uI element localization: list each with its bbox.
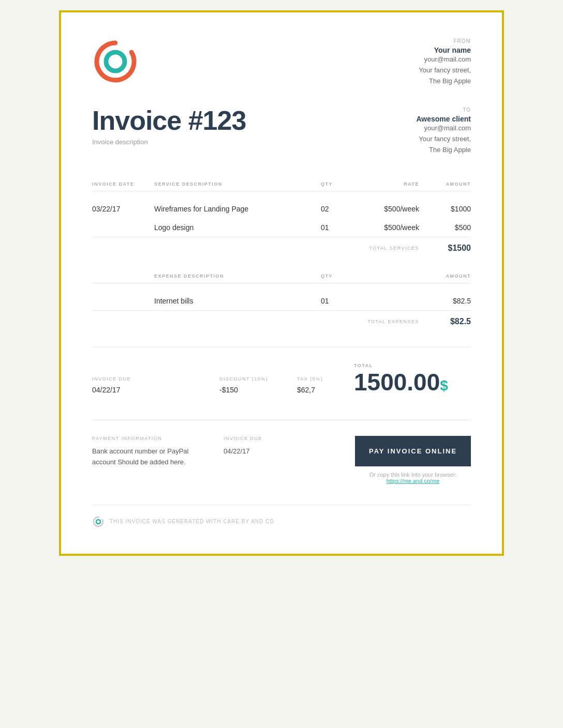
invoice-footer: THIS INVOICE WAS GENERATED WITH CARE BY … — [92, 505, 471, 528]
svg-point-3 — [96, 520, 100, 524]
invoice-description: Invoice description — [92, 138, 246, 146]
pay-invoice-button[interactable]: PAY INVOICE ONLINE — [355, 436, 471, 466]
payment-info-col: PAYMENT INFORMATION Bank account number … — [92, 436, 208, 468]
expense-col-empty — [92, 297, 154, 305]
service-date-empty — [92, 223, 154, 232]
th-expense-qty: QTY — [321, 274, 362, 279]
svg-point-0 — [92, 38, 139, 85]
services-table-header: INVOICE DATE SERVICE DESCRIPTION QTY RAT… — [92, 181, 471, 191]
service-desc-1: Wireframes for Landing Page — [154, 205, 321, 213]
svg-point-2 — [92, 515, 105, 528]
th-qty: QTY — [321, 181, 362, 187]
summary-tax-label: TAX (5%) — [297, 376, 344, 382]
th-invoice-date: INVOICE DATE — [92, 181, 154, 187]
services-total-row: TOTAL SERVICES $1500 — [92, 237, 471, 253]
service-row-1: 03/22/17 Wireframes for Landing Page 02 … — [92, 200, 471, 218]
expenses-total-value: $82.5 — [419, 317, 471, 326]
from-label: FROM — [419, 38, 471, 44]
services-total-value: $1500 — [419, 244, 471, 253]
th-rate: RATE — [362, 181, 419, 187]
services-section: INVOICE DATE SERVICE DESCRIPTION QTY RAT… — [92, 181, 471, 253]
company-logo — [92, 38, 139, 85]
from-city: The Big Apple — [419, 76, 471, 87]
summary-discount-label: DISCOUNT (10%) — [219, 376, 287, 382]
expense-row-1: Internet bills 01 $82.5 — [92, 292, 471, 310]
to-street: Your fancy street, — [416, 134, 471, 145]
service-date: 03/22/17 — [92, 205, 154, 213]
summary-grid: INVOICE DUE 04/22/17 DISCOUNT (10%) -$15… — [92, 363, 471, 394]
from-street: Your fancy street, — [419, 65, 471, 76]
invoice-title-block: Invoice #123 Invoice description — [92, 107, 246, 146]
payment-section: PAYMENT INFORMATION Bank account number … — [92, 420, 471, 484]
invoice-title: Invoice #123 — [92, 107, 246, 134]
expense-rate-empty — [362, 297, 419, 305]
expenses-section: EXPENSE DESCRIPTION QTY AMOUNT Internet … — [92, 274, 471, 326]
to-label: TO — [416, 107, 471, 113]
to-name: Awesome client — [416, 115, 471, 123]
footer-text: THIS INVOICE WAS GENERATED WITH CARE BY … — [110, 519, 274, 524]
expense-qty-1: 01 — [321, 297, 362, 305]
from-name: Your name — [419, 46, 471, 54]
from-email: your@mail.com — [419, 54, 471, 65]
summary-total-label: TOTAL — [354, 363, 471, 368]
pay-link-prefix: Or copy this link into your browser: — [369, 472, 457, 478]
summary-discount-col: DISCOUNT (10%) -$150 — [219, 376, 287, 394]
service-rate-1: $500/week — [362, 205, 419, 213]
expense-amount-1: $82.5 — [419, 297, 471, 305]
pay-link-url[interactable]: https://me.and.co/me — [387, 478, 440, 484]
service-row-2: Logo design 01 $500/week $500 — [92, 218, 471, 237]
service-desc-2: Logo design — [154, 223, 321, 232]
expenses-total-row: TOTAL EXPENSES $82.5 — [92, 310, 471, 326]
service-amount-1: $1000 — [419, 205, 471, 213]
payment-due-col: INVOICE DUE 04/22/17 — [224, 436, 339, 457]
summary-due-date: 04/22/17 — [92, 386, 209, 394]
summary-section: INVOICE DUE 04/22/17 DISCOUNT (10%) -$15… — [92, 347, 471, 394]
from-block: FROM Your name your@mail.com Your fancy … — [419, 38, 471, 86]
total-currency: $ — [440, 377, 448, 393]
title-section: Invoice #123 Invoice description TO Awes… — [92, 107, 471, 155]
expenses-table-header: EXPENSE DESCRIPTION QTY AMOUNT — [92, 274, 471, 283]
to-block: TO Awesome client your@mail.com Your fan… — [416, 107, 471, 155]
summary-tax-col: TAX (5%) $62,7 — [297, 376, 344, 394]
service-amount-2: $500 — [419, 223, 471, 232]
invoice-page: FROM Your name your@mail.com Your fancy … — [59, 10, 504, 556]
summary-due-col: INVOICE DUE 04/22/17 — [92, 376, 209, 394]
th-expense-description: EXPENSE DESCRIPTION — [154, 274, 321, 279]
expenses-total-label: TOTAL EXPENSES — [362, 317, 419, 326]
payment-info-label: PAYMENT INFORMATION — [92, 436, 208, 441]
to-email: your@mail.com — [416, 123, 471, 134]
summary-total-col: TOTAL 1500.00$ — [354, 363, 471, 394]
payment-due-date: 04/22/17 — [224, 446, 339, 457]
service-qty-1: 02 — [321, 205, 362, 213]
total-whole: 1500.00 — [354, 369, 440, 396]
payment-info-text: Bank account number or PayPal account Sh… — [92, 446, 208, 468]
th-expense-amount-label — [362, 274, 419, 279]
summary-discount-value: -$150 — [219, 386, 287, 394]
expense-desc-1: Internet bills — [154, 297, 321, 305]
th-service-description: SERVICE DESCRIPTION — [154, 181, 321, 187]
service-qty-2: 01 — [321, 223, 362, 232]
invoice-header: FROM Your name your@mail.com Your fancy … — [92, 38, 471, 86]
th-expense-empty — [92, 274, 154, 279]
th-amount: AMOUNT — [419, 181, 471, 187]
services-total-label: TOTAL SERVICES — [362, 244, 419, 253]
svg-point-1 — [106, 52, 125, 71]
footer-logo-icon — [92, 515, 105, 528]
summary-due-label: INVOICE DUE — [92, 376, 209, 382]
pay-link-text: Or copy this link into your browser: htt… — [355, 472, 471, 484]
th-expense-amount: AMOUNT — [419, 274, 471, 279]
payment-action-col: PAY INVOICE ONLINE Or copy this link int… — [355, 436, 471, 484]
service-rate-2: $500/week — [362, 223, 419, 232]
payment-due-label: INVOICE DUE — [224, 436, 339, 441]
summary-tax-value: $62,7 — [297, 386, 344, 394]
to-city: The Big Apple — [416, 145, 471, 156]
summary-total-value: 1500.00$ — [354, 370, 471, 394]
